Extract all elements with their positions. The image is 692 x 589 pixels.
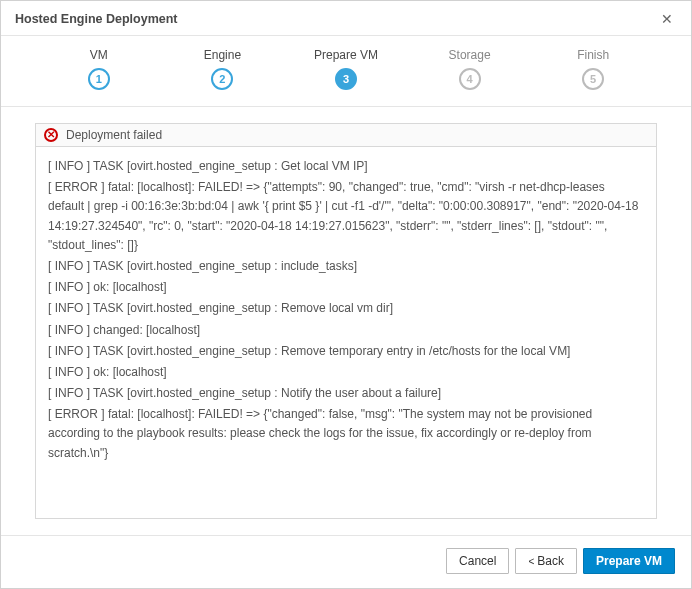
step-label: Prepare VM	[314, 48, 378, 62]
log-line: [ INFO ] ok: [localhost]	[48, 363, 644, 382]
log-line: [ ERROR ] fatal: [localhost]: FAILED! =>…	[48, 178, 644, 255]
step-circle: 5	[582, 68, 604, 90]
step-label: Finish	[577, 48, 609, 62]
log-line: [ INFO ] TASK [ovirt.hosted_engine_setup…	[48, 299, 644, 318]
log-line: [ INFO ] changed: [localhost]	[48, 321, 644, 340]
step-circle: 3	[335, 68, 357, 90]
dialog-title: Hosted Engine Deployment	[15, 12, 178, 26]
step-engine[interactable]: Engine 2	[161, 48, 285, 90]
step-label: Storage	[449, 48, 491, 62]
hosted-engine-dialog: Hosted Engine Deployment ✕ VM 1 Engine 2…	[0, 0, 692, 589]
dialog-header: Hosted Engine Deployment ✕	[1, 1, 691, 36]
prepare-vm-button[interactable]: Prepare VM	[583, 548, 675, 574]
log-line: [ INFO ] TASK [ovirt.hosted_engine_setup…	[48, 342, 644, 361]
cancel-button[interactable]: Cancel	[446, 548, 509, 574]
log-line: [ INFO ] ok: [localhost]	[48, 278, 644, 297]
status-row: ✕ Deployment failed	[35, 123, 657, 146]
step-storage[interactable]: Storage 4	[408, 48, 532, 90]
step-vm[interactable]: VM 1	[37, 48, 161, 90]
log-line: [ INFO ] TASK [ovirt.hosted_engine_setup…	[48, 157, 644, 176]
step-circle: 1	[88, 68, 110, 90]
dialog-footer: Cancel <Back Prepare VM	[1, 535, 691, 588]
status-text: Deployment failed	[66, 128, 162, 142]
error-icon: ✕	[44, 128, 58, 142]
close-icon[interactable]: ✕	[657, 9, 677, 29]
dialog-body: ✕ Deployment failed [ INFO ] TASK [ovirt…	[1, 107, 691, 535]
step-circle: 4	[459, 68, 481, 90]
step-finish[interactable]: Finish 5	[531, 48, 655, 90]
wizard-steps: VM 1 Engine 2 Prepare VM 3 Storage 4 Fin…	[1, 36, 691, 107]
log-line: [ INFO ] TASK [ovirt.hosted_engine_setup…	[48, 384, 644, 403]
step-prepare-vm[interactable]: Prepare VM 3	[284, 48, 408, 90]
step-label: Engine	[204, 48, 241, 62]
log-output[interactable]: [ INFO ] TASK [ovirt.hosted_engine_setup…	[35, 146, 657, 519]
back-label: Back	[537, 554, 564, 568]
log-line: [ ERROR ] fatal: [localhost]: FAILED! =>…	[48, 405, 644, 463]
chevron-left-icon: <	[528, 556, 534, 567]
log-line: [ INFO ] TASK [ovirt.hosted_engine_setup…	[48, 257, 644, 276]
back-button[interactable]: <Back	[515, 548, 577, 574]
step-label: VM	[90, 48, 108, 62]
step-circle: 2	[211, 68, 233, 90]
